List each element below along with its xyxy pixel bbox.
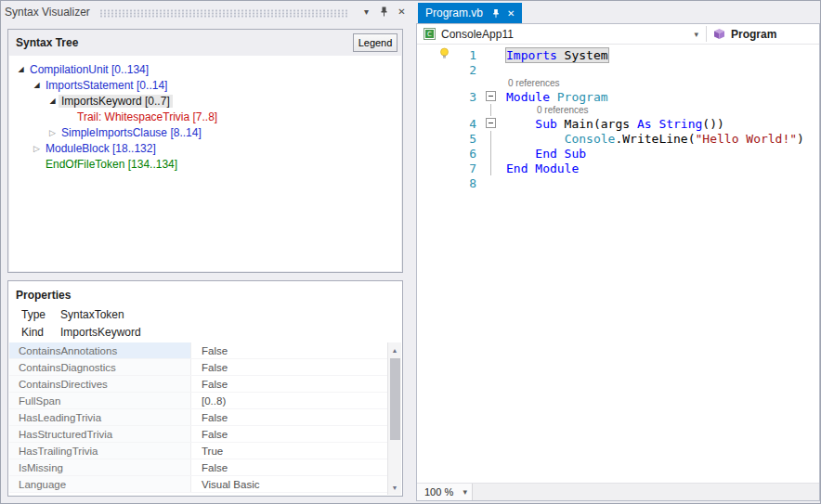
tree-node-label: ModuleBlock [18..132]	[43, 142, 159, 155]
kind-row: Kind ImportsKeyword	[8, 323, 402, 341]
tree-node-label: CompilationUnit [0..134]	[27, 63, 151, 76]
property-row[interactable]: ContainsDiagnosticsFalse	[9, 359, 387, 376]
tree-expander-icon[interactable]: ▷	[31, 144, 43, 153]
property-row[interactable]: ContainsDirectivesFalse	[9, 376, 387, 393]
code-text: End Sub	[499, 147, 586, 161]
code-line[interactable]: 8	[417, 175, 819, 190]
codelens-label[interactable]: 0 references	[506, 105, 589, 115]
tab-title: Program.vb	[425, 6, 483, 19]
legend-button[interactable]: Legend	[353, 33, 397, 52]
property-name: IsMissing	[9, 459, 191, 475]
property-value: True	[191, 443, 223, 459]
code-line[interactable]: 7End Module	[417, 161, 819, 175]
code-token	[506, 147, 535, 161]
properties-group: Properties Type SyntaxToken Kind Imports…	[7, 280, 403, 497]
lightbulb-icon[interactable]	[438, 47, 450, 62]
code-token	[506, 132, 565, 146]
tree-node[interactable]: Trail: WhitespaceTrivia [7..8]	[9, 109, 401, 124]
outlining-margin	[484, 47, 499, 62]
zoom-control[interactable]: 100 % ▾	[417, 484, 473, 500]
line-number: 4	[454, 117, 484, 131]
tree-node[interactable]: EndOfFileToken [134..134]	[9, 156, 401, 172]
codelens-text: 0 references	[499, 105, 589, 115]
scroll-up-icon[interactable]: ▲	[388, 343, 401, 356]
tree-expander-icon[interactable]: ◢	[31, 81, 43, 89]
code-token: Imports	[506, 48, 557, 62]
line-number: 1	[454, 48, 484, 62]
code-line[interactable]: 2	[417, 62, 819, 77]
kind-value: ImportsKeyword	[60, 326, 141, 339]
code-line[interactable]: 1Imports System	[417, 47, 819, 62]
pin-icon[interactable]	[376, 5, 392, 19]
tree-expander-icon[interactable]: ▷	[46, 128, 59, 137]
navigation-bar: C ConsoleApp11 ▾ Program	[417, 24, 819, 45]
property-name: FullSpan	[9, 393, 191, 408]
property-row[interactable]: FullSpan[0..8)	[9, 393, 387, 409]
project-dropdown-arrow-icon[interactable]: ▾	[694, 30, 698, 39]
properties-title: Properties	[16, 289, 71, 302]
tree-expander-icon[interactable]: ◢	[15, 65, 27, 73]
tab-pin-icon[interactable]	[491, 8, 501, 19]
property-name: HasLeadingTrivia	[9, 409, 191, 425]
property-value: [0..8)	[191, 393, 226, 408]
code-line[interactable]: 4 Sub Main(args As String())	[417, 116, 819, 131]
project-icon: C	[424, 28, 436, 40]
zoom-dropdown-arrow-icon[interactable]: ▾	[463, 487, 467, 497]
tree-node[interactable]: ▷ModuleBlock [18..132]	[9, 140, 401, 156]
property-value: False	[191, 426, 228, 442]
codelens-label[interactable]: 0 references	[506, 78, 560, 88]
properties-scrollbar[interactable]: ▲ ▼	[387, 342, 401, 495]
property-row[interactable]: HasStructuredTriviaFalse	[9, 426, 387, 443]
property-value: False	[191, 359, 228, 375]
outlining-margin	[484, 161, 499, 175]
code-token: )	[797, 132, 804, 146]
type-value: SyntaxToken	[60, 308, 124, 321]
code-token: End Sub	[535, 147, 586, 161]
code-area[interactable]: 1Imports System20 references3Module Prog…	[417, 45, 819, 483]
code-line[interactable]: 5 Console.WriteLine("Hello World!")	[417, 131, 819, 146]
tree-node[interactable]: ◢ImportsKeyword [0..7]	[9, 93, 401, 109]
outlining-margin	[484, 104, 499, 116]
property-value: False	[191, 376, 228, 392]
property-row[interactable]: LanguageVisual Basic	[9, 476, 387, 493]
close-icon[interactable]: ✕	[394, 5, 410, 19]
type-label: Type	[21, 308, 60, 321]
scroll-down-icon[interactable]: ▼	[388, 481, 401, 494]
kind-label: Kind	[21, 326, 60, 339]
tree-node-label: Trail: WhitespaceTrivia [7..8]	[74, 110, 220, 123]
code-line[interactable]: 3Module Program	[417, 89, 819, 104]
scrollbar-thumb[interactable]	[390, 358, 400, 440]
line-number: 8	[454, 176, 484, 190]
project-dropdown[interactable]: C ConsoleApp11 ▾	[417, 24, 706, 44]
line-number: 3	[454, 90, 484, 104]
outlining-collapse-icon[interactable]	[486, 118, 496, 128]
property-row[interactable]: ContainsAnnotationsFalse	[9, 342, 387, 359]
editor-tab-programvb[interactable]: Program.vb ✕	[418, 3, 522, 23]
code-editor-panel: C ConsoleApp11 ▾ Program 1Imports System…	[416, 23, 820, 501]
outlining-margin	[484, 175, 499, 190]
code-token: Program	[557, 90, 608, 104]
tree-node[interactable]: ◢CompilationUnit [0..134]	[9, 61, 401, 77]
member-dropdown[interactable]: Program	[707, 24, 819, 44]
titlebar-grip[interactable]	[99, 9, 349, 18]
codelens-row: 0 references	[417, 77, 819, 89]
outlining-collapse-icon[interactable]	[486, 91, 496, 101]
tree-node[interactable]: ▷SimpleImportsClause [8..14]	[9, 124, 401, 140]
outlining-guide	[490, 146, 491, 161]
property-row[interactable]: IsMissingFalse	[9, 459, 387, 476]
syntax-tree-group: Syntax Tree Legend ◢CompilationUnit [0..…	[7, 29, 403, 273]
tree-expander-icon[interactable]: ◢	[46, 97, 59, 105]
property-row[interactable]: HasLeadingTriviaFalse	[9, 409, 387, 426]
code-line[interactable]: 6 End Sub	[417, 146, 819, 161]
tree-node[interactable]: ◢ImportsStatement [0..14]	[9, 77, 401, 93]
property-name: Language	[9, 476, 191, 492]
window-position-icon[interactable]: ▾	[358, 5, 374, 19]
code-token: ())	[702, 117, 723, 131]
tab-close-icon[interactable]: ✕	[507, 8, 515, 19]
code-token: "Hello World!"	[696, 132, 798, 146]
property-row[interactable]: HasTrailingTriviaTrue	[9, 443, 387, 459]
code-token: String	[658, 117, 702, 131]
tree-node-label: ImportsStatement [0..14]	[43, 79, 170, 92]
property-name: HasTrailingTrivia	[9, 443, 191, 459]
syntax-tree-list: ◢CompilationUnit [0..134]◢ImportsStateme…	[9, 56, 401, 271]
